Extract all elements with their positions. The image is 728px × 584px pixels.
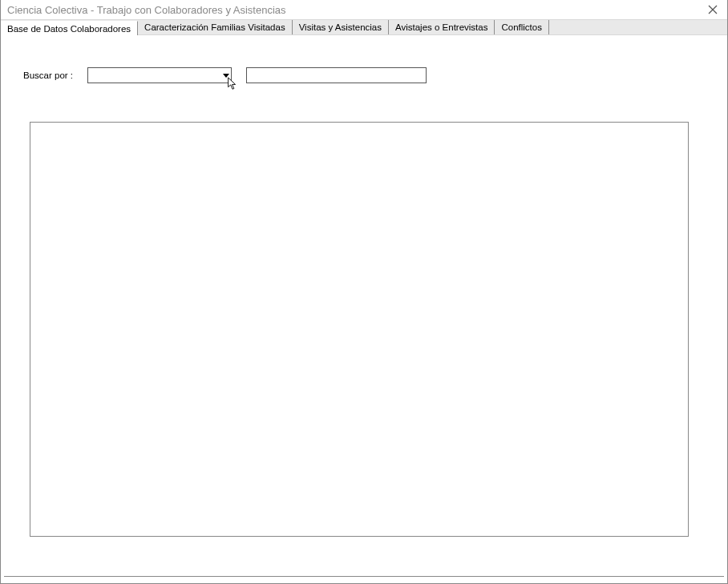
tab-label: Conflictos [501, 22, 542, 32]
window-title: Ciencia Colectiva - Trabajo con Colabora… [7, 4, 286, 16]
tab-base-datos-colaboradores[interactable]: Base de Datos Colaboradores [1, 21, 138, 35]
status-divider [4, 576, 724, 577]
tab-caracterizacion-familias[interactable]: Caracterización Familias Visitadas [138, 20, 293, 34]
close-icon [708, 5, 718, 14]
tab-conflictos[interactable]: Conflictos [495, 20, 549, 34]
tab-label: Avistajes o Entrevistas [395, 22, 487, 32]
titlebar: Ciencia Colectiva - Trabajo con Colabora… [1, 0, 727, 19]
tab-avistajes-entrevistas[interactable]: Avistajes o Entrevistas [389, 20, 495, 34]
search-label: Buscar por : [23, 70, 73, 80]
tab-content: Buscar por : [1, 35, 727, 553]
search-row: Buscar por : [23, 67, 705, 83]
close-button[interactable] [705, 2, 721, 18]
tab-label: Base de Datos Colaboradores [7, 24, 131, 34]
search-by-dropdown[interactable] [87, 67, 232, 83]
tab-label: Caracterización Familias Visitadas [144, 22, 285, 32]
tab-visitas-asistencias[interactable]: Visitas y Asistencias [293, 20, 389, 34]
search-input[interactable] [246, 67, 427, 83]
chevron-down-icon [223, 74, 229, 78]
tab-label: Visitas y Asistencias [299, 22, 382, 32]
tabstrip: Base de Datos Colaboradores Caracterizac… [1, 19, 727, 35]
results-panel [30, 122, 689, 537]
